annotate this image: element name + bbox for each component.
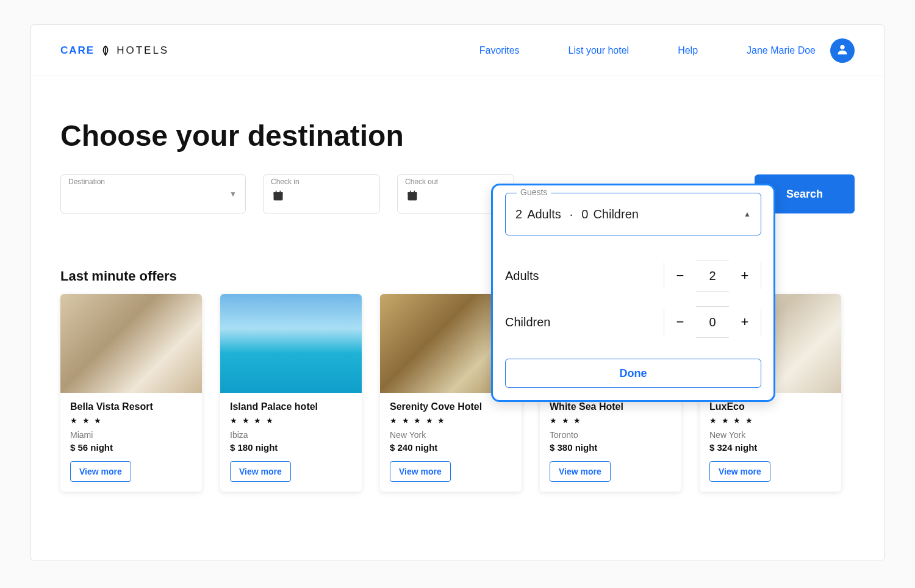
svg-rect-5 [280, 191, 281, 193]
offer-city: Miami [70, 430, 192, 440]
view-more-button[interactable]: View more [70, 461, 131, 482]
offer-image [60, 294, 202, 393]
guests-popover: Guests 2 Adults · 0 Children ▲ Adults − … [491, 184, 775, 402]
view-more-button[interactable]: View more [230, 461, 291, 482]
brand-care: CARE [60, 45, 95, 57]
children-value: 0 [696, 315, 729, 329]
guests-done-button[interactable]: Done [505, 359, 761, 388]
adults-stepper: − 2 + [664, 260, 761, 292]
offer-card: Island Palace hotel ★ ★ ★ ★ Ibiza $ 180 … [220, 294, 362, 492]
avatar[interactable] [830, 38, 855, 63]
offer-price: $ 324 night [709, 442, 831, 453]
view-more-button[interactable]: View more [390, 461, 451, 482]
svg-rect-8 [410, 191, 411, 193]
offer-price: $ 240 night [390, 442, 512, 453]
offer-image [220, 294, 362, 393]
calendar-icon [406, 190, 418, 204]
calendar-icon [272, 190, 284, 204]
svg-rect-7 [408, 192, 417, 194]
person-icon [836, 43, 849, 59]
children-increment[interactable]: + [729, 306, 761, 338]
guests-summary-field[interactable]: Guests 2 Adults · 0 Children ▲ [505, 193, 761, 235]
offer-title: Bella Vista Resort [70, 401, 192, 412]
guests-children-count: 0 [581, 207, 588, 221]
svg-rect-9 [414, 191, 415, 193]
nav-favorites[interactable]: Favorites [479, 45, 520, 56]
separator-dot: · [570, 207, 573, 221]
destination-select[interactable]: Destination ▼ [60, 174, 246, 213]
brand-hotels: HOTELS [117, 45, 169, 57]
checkin-field[interactable]: Check in [263, 174, 380, 213]
offer-price: $ 56 night [70, 442, 192, 453]
nav-help[interactable]: Help [678, 45, 698, 56]
main: Choose your destination Destination ▼ Ch… [31, 76, 884, 492]
svg-point-1 [840, 45, 844, 49]
offer-stars: ★ ★ ★ [550, 416, 672, 425]
adults-increment[interactable]: + [729, 260, 761, 292]
svg-rect-3 [274, 192, 283, 194]
guests-label: Guests [517, 187, 551, 197]
offer-stars: ★ ★ ★ ★ [230, 416, 352, 425]
offer-title: Serenity Cove Hotel [390, 401, 512, 412]
offer-stars: ★ ★ ★ ★ [709, 416, 831, 425]
checkin-label: Check in [271, 177, 300, 186]
leaf-icon [99, 45, 112, 57]
svg-rect-4 [276, 191, 277, 193]
view-more-button[interactable]: View more [550, 461, 611, 482]
offer-stars: ★ ★ ★ [70, 416, 192, 425]
destination-label: Destination [68, 177, 105, 186]
guests-adults-count: 2 [515, 207, 522, 221]
children-stepper: − 0 + [664, 306, 761, 338]
offer-title: LuxEco [709, 401, 831, 412]
offer-city: New York [390, 430, 512, 440]
adults-decrement[interactable]: − [664, 260, 696, 292]
chevron-down-icon: ▼ [229, 190, 237, 198]
children-label: Children [505, 315, 550, 329]
nav-list-hotel[interactable]: List your hotel [569, 45, 630, 56]
offer-title: Island Palace hotel [230, 401, 352, 412]
offer-price: $ 380 night [550, 442, 672, 453]
offer-city: Toronto [550, 430, 672, 440]
offer-stars: ★ ★ ★ ★ ★ [390, 416, 512, 425]
offer-title: White Sea Hotel [550, 401, 672, 412]
guests-adults-word: Adults [527, 207, 561, 221]
adults-value: 2 [696, 269, 729, 283]
children-row: Children − 0 + [505, 299, 761, 345]
offer-price: $ 180 night [230, 442, 352, 453]
top-nav: Favorites List your hotel Help Jane Mari… [479, 38, 855, 63]
brand-logo[interactable]: CARE HOTELS [60, 45, 169, 57]
view-more-button[interactable]: View more [709, 461, 770, 482]
offer-city: New York [709, 430, 831, 440]
children-decrement[interactable]: − [664, 306, 696, 338]
offer-card: Bella Vista Resort ★ ★ ★ Miami $ 56 nigh… [60, 294, 202, 492]
user-name[interactable]: Jane Marie Doe [747, 45, 816, 56]
checkout-label: Check out [405, 177, 438, 186]
offer-city: Ibiza [230, 430, 352, 440]
adults-label: Adults [505, 269, 539, 283]
header: CARE HOTELS Favorites List your hotel He… [31, 25, 884, 76]
chevron-up-icon: ▲ [744, 210, 751, 218]
guests-children-word: Children [593, 207, 638, 221]
adults-row: Adults − 2 + [505, 253, 761, 299]
page-title: Choose your destination [60, 119, 855, 152]
user-area: Jane Marie Doe [747, 38, 855, 63]
